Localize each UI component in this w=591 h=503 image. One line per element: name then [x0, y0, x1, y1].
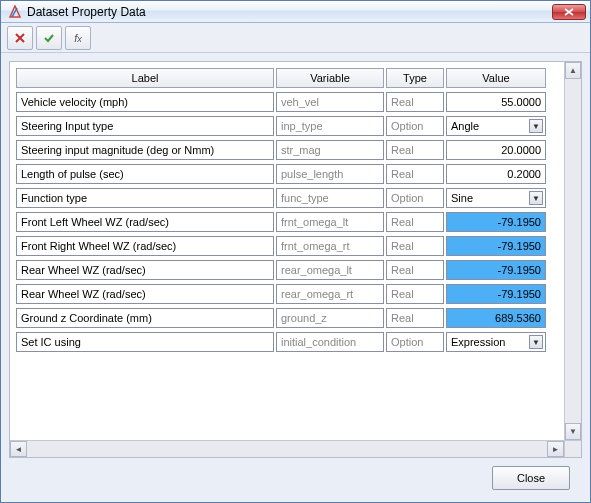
header-label[interactable]: Label	[16, 68, 274, 88]
header-variable[interactable]: Variable	[276, 68, 384, 88]
label-cell[interactable]: Ground z Coordinate (mm)	[16, 308, 274, 328]
variable-cell: inp_type	[276, 116, 384, 136]
variable-cell: frnt_omega_lt	[276, 212, 384, 232]
value-cell[interactable]: 689.5360	[446, 308, 546, 328]
variable-cell: veh_vel	[276, 92, 384, 112]
label-cell[interactable]: Front Left Wheel WZ (rad/sec)	[16, 212, 274, 232]
type-cell: Option	[386, 116, 444, 136]
type-cell: Option	[386, 188, 444, 208]
table-row: Rear Wheel WZ (rad/sec)rear_omega_ltReal…	[16, 260, 546, 280]
accept-button[interactable]	[36, 26, 62, 50]
variable-cell: initial_condition	[276, 332, 384, 352]
table-row: Ground z Coordinate (mm)ground_zReal689.…	[16, 308, 546, 328]
app-icon	[7, 4, 23, 20]
footer: Close	[9, 458, 582, 498]
content-area: Label Variable Type Value Vehicle veloci…	[1, 53, 590, 502]
table-row: Rear Wheel WZ (rad/sec)rear_omega_rtReal…	[16, 284, 546, 304]
dropdown-value: Expression	[451, 336, 505, 348]
value-cell[interactable]: -79.1950	[446, 260, 546, 280]
horizontal-scrollbar[interactable]: ◄ ►	[10, 440, 564, 457]
chevron-down-icon[interactable]: ▼	[529, 335, 543, 349]
label-cell[interactable]: Length of pulse (sec)	[16, 164, 274, 184]
variable-cell: str_mag	[276, 140, 384, 160]
variable-cell: rear_omega_rt	[276, 284, 384, 304]
table-row: Front Right Wheel WZ (rad/sec)frnt_omega…	[16, 236, 546, 256]
table-row: Vehicle velocity (mph)veh_velReal55.0000	[16, 92, 546, 112]
type-cell: Real	[386, 236, 444, 256]
value-cell[interactable]: 20.0000	[446, 140, 546, 160]
scroll-corner	[564, 440, 581, 457]
scroll-down-arrow[interactable]: ▼	[565, 423, 581, 440]
table-row: Steering Input typeinp_typeOptionAngle▼	[16, 116, 546, 136]
value-cell[interactable]: 0.2000	[446, 164, 546, 184]
label-cell[interactable]: Steering Input type	[16, 116, 274, 136]
titlebar[interactable]: Dataset Property Data	[1, 1, 590, 23]
label-cell[interactable]: Set IC using	[16, 332, 274, 352]
value-cell[interactable]: 55.0000	[446, 92, 546, 112]
label-cell[interactable]: Front Right Wheel WZ (rad/sec)	[16, 236, 274, 256]
value-cell[interactable]: -79.1950	[446, 236, 546, 256]
grid-container: Label Variable Type Value Vehicle veloci…	[9, 61, 582, 458]
toolbar: fx	[1, 23, 590, 53]
chevron-down-icon[interactable]: ▼	[529, 119, 543, 133]
window-title: Dataset Property Data	[27, 5, 552, 19]
type-cell: Real	[386, 308, 444, 328]
value-dropdown[interactable]: Angle▼	[446, 116, 546, 136]
variable-cell: rear_omega_lt	[276, 260, 384, 280]
cancel-button[interactable]	[7, 26, 33, 50]
value-cell[interactable]: -79.1950	[446, 212, 546, 232]
chevron-down-icon[interactable]: ▼	[529, 191, 543, 205]
value-dropdown[interactable]: Expression▼	[446, 332, 546, 352]
variable-cell: func_type	[276, 188, 384, 208]
type-cell: Option	[386, 332, 444, 352]
dropdown-value: Sine	[451, 192, 473, 204]
table-row: Set IC usinginitial_conditionOptionExpre…	[16, 332, 546, 352]
vertical-scrollbar[interactable]: ▲ ▼	[564, 62, 581, 440]
variable-cell: frnt_omega_rt	[276, 236, 384, 256]
value-dropdown[interactable]: Sine▼	[446, 188, 546, 208]
label-cell[interactable]: Function type	[16, 188, 274, 208]
fx-button[interactable]: fx	[65, 26, 91, 50]
close-button[interactable]: Close	[492, 466, 570, 490]
table-row: Function typefunc_typeOptionSine▼	[16, 188, 546, 208]
scroll-left-arrow[interactable]: ◄	[10, 441, 27, 457]
type-cell: Real	[386, 140, 444, 160]
variable-cell: ground_z	[276, 308, 384, 328]
header-value[interactable]: Value	[446, 68, 546, 88]
scroll-up-arrow[interactable]: ▲	[565, 62, 581, 79]
header-type[interactable]: Type	[386, 68, 444, 88]
label-cell[interactable]: Rear Wheel WZ (rad/sec)	[16, 260, 274, 280]
scroll-track[interactable]	[565, 79, 581, 423]
type-cell: Real	[386, 212, 444, 232]
type-cell: Real	[386, 260, 444, 280]
type-cell: Real	[386, 284, 444, 304]
table-row: Steering input magnitude (deg or Nmm)str…	[16, 140, 546, 160]
dialog-window: Dataset Property Data fx Label Variable	[0, 0, 591, 503]
type-cell: Real	[386, 92, 444, 112]
type-cell: Real	[386, 164, 444, 184]
table-row: Front Left Wheel WZ (rad/sec)frnt_omega_…	[16, 212, 546, 232]
label-cell[interactable]: Vehicle velocity (mph)	[16, 92, 274, 112]
property-table: Label Variable Type Value Vehicle veloci…	[14, 64, 548, 356]
window-close-button[interactable]	[552, 4, 586, 20]
variable-cell: pulse_length	[276, 164, 384, 184]
value-cell[interactable]: -79.1950	[446, 284, 546, 304]
dropdown-value: Angle	[451, 120, 479, 132]
label-cell[interactable]: Rear Wheel WZ (rad/sec)	[16, 284, 274, 304]
label-cell[interactable]: Steering input magnitude (deg or Nmm)	[16, 140, 274, 160]
table-row: Length of pulse (sec)pulse_lengthReal0.2…	[16, 164, 546, 184]
scroll-right-arrow[interactable]: ►	[547, 441, 564, 457]
